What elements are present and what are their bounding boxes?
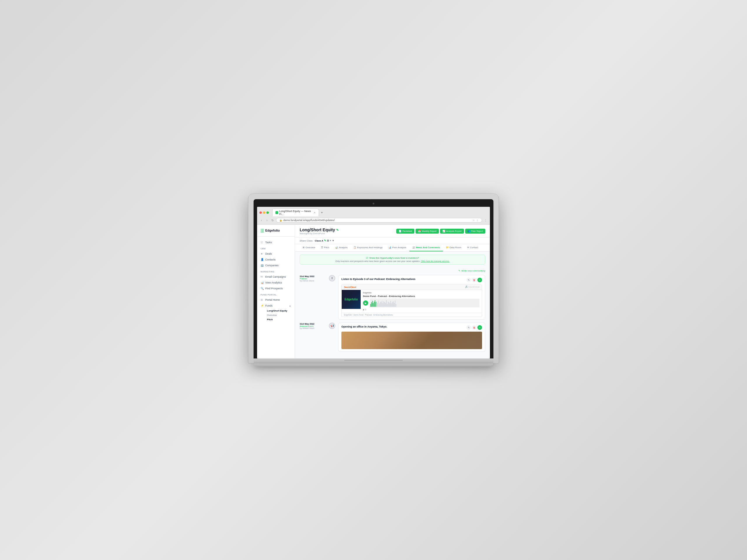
sidebar-item-contacts[interactable]: 👤 Contacts [257,257,295,263]
news-delete-button-1[interactable]: 🗑 [472,278,476,282]
camera [372,203,375,205]
sidebar-item-view-analytics[interactable]: 📊 View Analytics [257,280,295,286]
tab-contact[interactable]: ✉ Contact [464,244,481,251]
sidebar-item-deals[interactable]: ★ Deals [257,251,295,257]
news-image-2 [341,331,482,349]
news-card-header-1: Listen to Episode 3 of our Podcast: Embr… [341,278,482,282]
fund-edit-icon[interactable]: ✎ [336,229,338,232]
write-commentary-button[interactable]: ✎ Write new commentary [458,269,485,272]
news-date-2: 31st May 2022 [300,323,326,325]
new-tab-button[interactable]: + [319,210,324,215]
minimize-button[interactable] [263,211,265,214]
share-class-grid-icon[interactable]: ⊞ [327,239,329,242]
news-edit-button-1[interactable]: ✎ [466,278,471,282]
fund-title: Long/Short Equity ✎ [300,228,338,232]
browser-chrome: Long/Short Equity — News Fi... ✕ + ‹ › ↻… [257,207,490,224]
fund-actions: 📄 Factsheet 📅 Monthly Report 📈 [396,229,485,234]
contacts-icon: 👤 [261,258,263,261]
fund-header: Long/Short Equity ✎ Managed by DemoFund … [295,224,490,237]
sc-play-button[interactable]: ▶ [363,300,368,306]
laptop-container: Long/Short Equity — News Fi... ✕ + ‹ › ↻… [248,194,499,366]
sidebar-item-funds[interactable]: ⚡ Funds ▲ [257,303,295,309]
maximize-button[interactable] [266,211,269,214]
analysis-report-button[interactable]: 📈 Analysis Report [440,229,464,234]
tab-analysis[interactable]: 📊 Analysis [332,244,351,251]
analysis-report-icon: 📈 [442,230,445,233]
analysis-tab-icon: 📊 [335,246,338,249]
news-add-button-1[interactable]: + [478,278,482,282]
tab-peer-analysis[interactable]: 📊 Peer Analysis [385,244,409,251]
email-campaigns-icon: ✉ [261,275,263,278]
tab-data-room[interactable]: 📁 Data Room [443,244,464,251]
tab-exposures-holdings[interactable]: 📋 Exposures And Holdings [351,244,385,251]
manage-access-link[interactable]: Click here to manage access. [421,260,449,263]
news-edit-button-2[interactable]: ✎ [466,325,471,330]
news-date-col-1: 31st May 2022 Podcast by Darius Stone [300,275,326,320]
news-image-overlay [341,331,482,349]
sc-footer-meta: Edgefolio · Demo Fund · Podcast · Embrac… [344,314,393,316]
share-class-row: Share Class: Class A ✎ ⊞ + ▼ [295,237,490,244]
tab-pitch[interactable]: ☰ Pitch [318,244,332,251]
sc-footer: Edgefolio · Demo Fund · Podcast · Embrac… [342,313,482,317]
address-bar[interactable]: 🔒 demo.fundportal.io/app/funds/4548/upda… [276,218,482,222]
sidebar-sub-overview[interactable]: Overview [263,313,295,317]
tab-overview[interactable]: ⊞ Overview [300,244,318,251]
sidebar-item-email-campaigns[interactable]: ✉ Email Campaigns [257,274,295,280]
news-add-button-2[interactable]: + [478,325,482,330]
url-text: demo.fundportal.io/app/funds/4548/update… [283,219,335,222]
tab-title: Long/Short Equity — News Fi... [279,210,312,216]
browser-controls: Long/Short Equity — News Fi... ✕ + [259,209,488,216]
tab-favicon [276,211,278,214]
notice-title: ☑ Show this Opportunity's news feed to i… [304,257,482,259]
news-card-actions-2: ✎ 🗑 + [466,325,482,330]
content-area: ☑ Show this Opportunity's news feed to i… [295,252,490,358]
share-class-edit-icon[interactable]: ✎ [324,239,326,242]
sidebar-item-tasks[interactable]: ☑ Tasks [257,239,295,245]
crm-section-label: CRM [257,245,295,251]
notice-banner: ☑ Show this Opportunity's news feed to i… [300,255,485,265]
news-card-2: Opening an office in Aoyama, Tokyo. ✎ 🗑 … [338,323,485,352]
sidebar-label-funds: Funds [265,304,273,307]
peer-report-button[interactable]: 👥 Peer Report [465,229,485,234]
monthly-report-button[interactable]: 📅 Monthly Report [415,229,439,234]
sidebar-label-email-campaigns: Email Campaigns [265,275,286,278]
news-delete-button-2[interactable]: 🗑 [472,325,476,330]
back-button[interactable]: ‹ [259,218,263,222]
sidebar-label-contacts: Contacts [265,258,276,261]
share-class-add-icon[interactable]: + [330,239,331,242]
news-card-title-2: Opening an office in Aoyama, Tokyo. [341,325,387,328]
browser-tabs: Long/Short Equity — News Fi... ✕ + [272,209,488,216]
news-card-actions-1: ✎ 🗑 + [466,278,482,282]
sidebar-item-portal-home[interactable]: ⊞ Portal Home [257,297,295,303]
companies-icon: 🏢 [261,264,263,267]
settings-icon[interactable]: ⋮ [476,219,479,222]
close-button[interactable] [259,211,262,214]
sc-track-artist: Edgefolio [363,292,480,294]
forward-button[interactable]: › [265,218,269,222]
sidebar-label-tasks: Tasks [265,241,272,244]
factsheet-button[interactable]: 📄 Factsheet [396,229,414,234]
sc-waveform [370,299,480,308]
fund-subtitle: Managed by DemoFund [300,232,338,235]
sidebar-sub-pitch[interactable]: Pitch [263,317,295,322]
exposures-tab-icon: 📋 [353,246,356,249]
reload-button[interactable]: ↻ [271,218,275,222]
bookmark-icon[interactable]: ☆ [472,219,475,222]
active-tab[interactable]: Long/Short Equity — News Fi... ✕ [272,209,319,216]
tab-close-icon[interactable]: ✕ [314,211,316,214]
fund-title-row: Long/Short Equity ✎ Managed by DemoFund … [300,228,485,235]
share-class-dropdown-icon[interactable]: ▼ [332,239,334,242]
extensions-icon[interactable]: ⋮ [484,218,488,222]
pitch-tab-icon: ☰ [321,246,323,249]
write-commentary-icon: ✎ [458,269,460,272]
tab-news-comments[interactable]: 📰 News And Comments [409,244,443,251]
sidebar-label-deals: Deals [265,252,272,255]
peer-report-icon: 👥 [467,230,470,233]
portal-home-icon: ⊞ [261,298,263,301]
sidebar-item-companies[interactable]: 🏢 Companies [257,263,295,268]
sidebar-sub-fund-name[interactable]: Long/Short Equity [263,309,295,313]
news-timeline-dot-2: 📢 [329,323,335,329]
sidebar-item-find-prospects[interactable]: 🔍 Find Prospects [257,286,295,291]
write-commentary-row: ✎ Write new commentary [300,267,485,273]
sidebar: ||| Edgefolio ☑ Tasks CRM ★ Deals [257,224,295,358]
